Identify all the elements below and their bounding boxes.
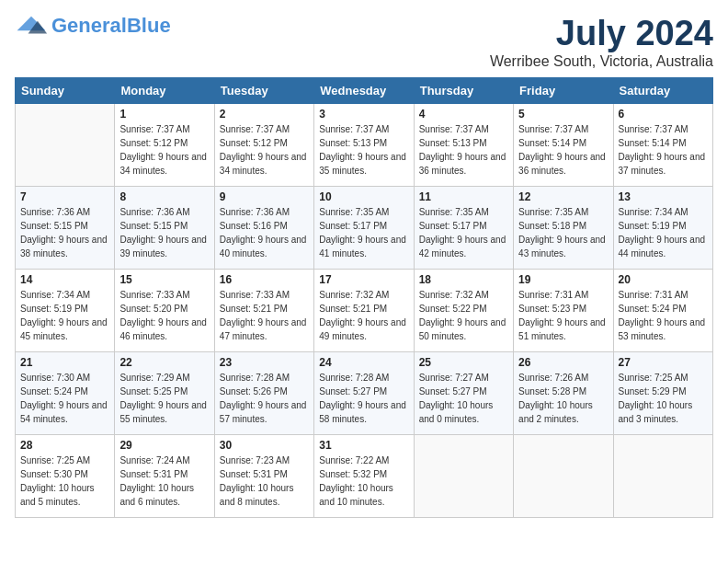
day-number: 17 — [319, 273, 408, 286]
day-cell: 7Sunrise: 7:36 AMSunset: 5:15 PMDaylight… — [16, 186, 115, 269]
daylight-text: Daylight: 9 hours and 58 minutes. — [319, 398, 408, 426]
sunrise-text: Sunrise: 7:36 AM — [20, 205, 109, 219]
day-info: Sunrise: 7:36 AMSunset: 5:16 PMDaylight:… — [220, 205, 309, 260]
col-header-saturday: Saturday — [613, 77, 712, 103]
day-number: 5 — [518, 108, 608, 121]
sunset-text: Sunset: 5:20 PM — [119, 302, 209, 316]
daylight-text: Daylight: 10 hours and 2 minutes. — [518, 398, 608, 426]
day-number: 3 — [319, 108, 408, 121]
day-info: Sunrise: 7:33 AMSunset: 5:21 PMDaylight:… — [220, 288, 309, 343]
day-cell: 31Sunrise: 7:22 AMSunset: 5:32 PMDayligh… — [314, 434, 414, 517]
day-info: Sunrise: 7:28 AMSunset: 5:27 PMDaylight:… — [319, 371, 408, 426]
daylight-text: Daylight: 9 hours and 57 minutes. — [220, 398, 309, 426]
sunset-text: Sunset: 5:26 PM — [220, 385, 309, 398]
day-cell: 19Sunrise: 7:31 AMSunset: 5:23 PMDayligh… — [514, 269, 613, 351]
sunset-text: Sunset: 5:25 PM — [119, 385, 209, 398]
day-cell: 18Sunrise: 7:32 AMSunset: 5:22 PMDayligh… — [414, 269, 513, 351]
daylight-text: Daylight: 9 hours and 45 minutes. — [20, 316, 109, 343]
day-number: 6 — [619, 108, 708, 121]
sunrise-text: Sunrise: 7:27 AM — [419, 371, 508, 385]
sunrise-text: Sunrise: 7:28 AM — [319, 371, 408, 385]
col-header-wednesday: Wednesday — [314, 77, 414, 103]
day-number: 24 — [319, 356, 408, 369]
daylight-text: Daylight: 9 hours and 39 minutes. — [119, 233, 209, 260]
sunset-text: Sunset: 5:22 PM — [419, 302, 508, 316]
sunrise-text: Sunrise: 7:37 AM — [619, 122, 708, 136]
daylight-text: Daylight: 9 hours and 49 minutes. — [319, 316, 408, 343]
daylight-text: Daylight: 10 hours and 8 minutes. — [220, 481, 309, 509]
day-cell — [514, 434, 613, 517]
sunrise-text: Sunrise: 7:22 AM — [319, 454, 408, 467]
daylight-text: Daylight: 9 hours and 34 minutes. — [220, 150, 309, 178]
sunrise-text: Sunrise: 7:33 AM — [119, 288, 209, 302]
day-info: Sunrise: 7:34 AMSunset: 5:19 PMDaylight:… — [20, 288, 109, 343]
sunrise-text: Sunrise: 7:29 AM — [119, 371, 209, 385]
day-cell — [414, 434, 513, 517]
day-cell: 22Sunrise: 7:29 AMSunset: 5:25 PMDayligh… — [115, 351, 214, 434]
day-cell: 23Sunrise: 7:28 AMSunset: 5:26 PMDayligh… — [214, 351, 313, 434]
day-info: Sunrise: 7:37 AMSunset: 5:12 PMDaylight:… — [220, 122, 309, 178]
sunset-text: Sunset: 5:21 PM — [319, 302, 408, 316]
day-cell: 13Sunrise: 7:34 AMSunset: 5:19 PMDayligh… — [613, 186, 712, 269]
day-info: Sunrise: 7:36 AMSunset: 5:15 PMDaylight:… — [119, 205, 209, 260]
day-info: Sunrise: 7:27 AMSunset: 5:27 PMDaylight:… — [419, 371, 508, 426]
day-number: 9 — [220, 190, 309, 203]
day-number: 28 — [20, 439, 109, 452]
sunrise-text: Sunrise: 7:33 AM — [220, 288, 309, 302]
sunrise-text: Sunrise: 7:24 AM — [119, 454, 209, 467]
day-cell: 1Sunrise: 7:37 AMSunset: 5:12 PMDaylight… — [115, 103, 214, 186]
calendar-table: SundayMondayTuesdayWednesdayThursdayFrid… — [15, 77, 713, 518]
sunset-text: Sunset: 5:14 PM — [518, 136, 608, 150]
sunrise-text: Sunrise: 7:35 AM — [319, 205, 408, 219]
sunset-text: Sunset: 5:24 PM — [619, 302, 708, 316]
day-info: Sunrise: 7:22 AMSunset: 5:32 PMDaylight:… — [319, 454, 408, 509]
day-info: Sunrise: 7:30 AMSunset: 5:24 PMDaylight:… — [20, 371, 109, 426]
day-info: Sunrise: 7:37 AMSunset: 5:14 PMDaylight:… — [518, 122, 608, 178]
sunset-text: Sunset: 5:15 PM — [20, 219, 109, 233]
page-header: GeneralBlue July 2024 Werribee South, Vi… — [15, 15, 713, 70]
logo-text: GeneralBlue — [51, 16, 171, 36]
day-info: Sunrise: 7:37 AMSunset: 5:13 PMDaylight:… — [319, 122, 408, 178]
day-cell: 2Sunrise: 7:37 AMSunset: 5:12 PMDaylight… — [214, 103, 313, 186]
sunrise-text: Sunrise: 7:36 AM — [220, 205, 309, 219]
sunrise-text: Sunrise: 7:25 AM — [20, 454, 109, 467]
sunrise-text: Sunrise: 7:25 AM — [619, 371, 708, 385]
day-number: 10 — [319, 190, 408, 203]
col-header-sunday: Sunday — [16, 77, 115, 103]
day-info: Sunrise: 7:23 AMSunset: 5:31 PMDaylight:… — [220, 454, 309, 509]
sunrise-text: Sunrise: 7:36 AM — [119, 205, 209, 219]
day-cell — [613, 434, 712, 517]
col-header-tuesday: Tuesday — [214, 77, 313, 103]
day-number: 7 — [20, 190, 109, 203]
day-info: Sunrise: 7:32 AMSunset: 5:22 PMDaylight:… — [419, 288, 508, 343]
week-row-0: 1Sunrise: 7:37 AMSunset: 5:12 PMDaylight… — [16, 103, 713, 186]
logo-part2: Blue — [127, 14, 171, 37]
daylight-text: Daylight: 9 hours and 36 minutes. — [419, 150, 508, 178]
daylight-text: Daylight: 9 hours and 47 minutes. — [220, 316, 309, 343]
day-cell — [16, 103, 115, 186]
daylight-text: Daylight: 9 hours and 37 minutes. — [619, 150, 708, 178]
sunrise-text: Sunrise: 7:37 AM — [319, 122, 408, 136]
sunrise-text: Sunrise: 7:31 AM — [619, 288, 708, 302]
location-title: Werribee South, Victoria, Australia — [490, 53, 713, 70]
sunset-text: Sunset: 5:14 PM — [619, 136, 708, 150]
col-header-monday: Monday — [115, 77, 214, 103]
sunset-text: Sunset: 5:28 PM — [518, 385, 608, 398]
title-block: July 2024 Werribee South, Victoria, Aust… — [490, 15, 713, 70]
col-header-thursday: Thursday — [414, 77, 513, 103]
sunset-text: Sunset: 5:15 PM — [119, 219, 209, 233]
day-info: Sunrise: 7:24 AMSunset: 5:31 PMDaylight:… — [119, 454, 209, 509]
daylight-text: Daylight: 9 hours and 43 minutes. — [518, 233, 608, 260]
sunset-text: Sunset: 5:12 PM — [220, 136, 309, 150]
logo-icon — [15, 15, 48, 37]
sunrise-text: Sunrise: 7:32 AM — [419, 288, 508, 302]
daylight-text: Daylight: 9 hours and 36 minutes. — [518, 150, 608, 178]
day-cell: 26Sunrise: 7:26 AMSunset: 5:28 PMDayligh… — [514, 351, 613, 434]
day-cell: 24Sunrise: 7:28 AMSunset: 5:27 PMDayligh… — [314, 351, 414, 434]
col-header-friday: Friday — [514, 77, 613, 103]
sunrise-text: Sunrise: 7:32 AM — [319, 288, 408, 302]
daylight-text: Daylight: 9 hours and 38 minutes. — [20, 233, 109, 260]
day-number: 29 — [119, 439, 209, 452]
sunset-text: Sunset: 5:16 PM — [220, 219, 309, 233]
sunrise-text: Sunrise: 7:34 AM — [619, 205, 708, 219]
